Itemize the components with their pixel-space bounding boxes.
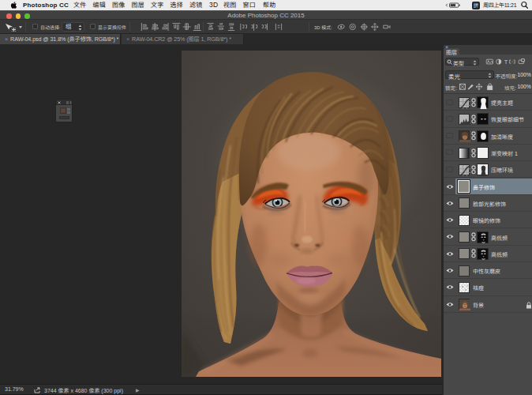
- svg-text:T: T: [504, 58, 508, 66]
